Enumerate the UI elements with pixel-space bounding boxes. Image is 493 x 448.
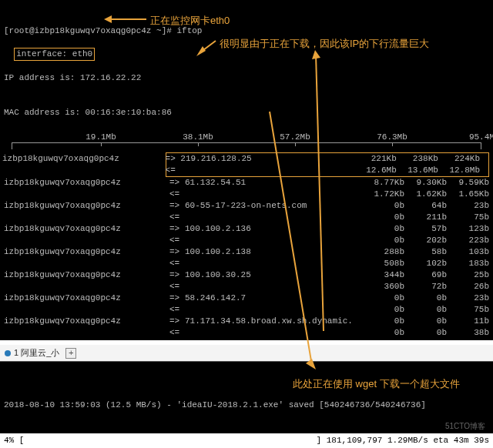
table-row: izbp18kguwqv7oxaqg0pc4z=>100.100.2.1360b… <box>4 223 489 235</box>
watermark: 51CTO博客 <box>445 421 485 432</box>
table-row: <=360b72b26b <box>4 281 489 293</box>
scale-1: 19.1Mb <box>86 132 116 143</box>
tab-active-icon <box>5 350 11 356</box>
table-row: <=0b0b75b <box>4 304 489 316</box>
table-row: izbp18kguwqv7oxaqg0pc4z=>100.100.30.2534… <box>4 269 489 281</box>
annotation-eth0: 正在监控网卡eth0 <box>150 14 230 28</box>
table-row: izbp18kguwqv7oxaqg0pc4z=>60-55-17-223-on… <box>4 200 489 212</box>
annotation-traffic: 很明显由于正在下载，因此该IP的下行流量巨大 <box>220 37 429 51</box>
local-host: izbp18kguwqv7oxaqg0pc4z <box>2 153 166 165</box>
table-row: <=1.72Kb1.62Kb1.65Kb <box>4 189 489 200</box>
tab-label[interactable]: 1 阿里云_小 <box>14 347 59 359</box>
prompt-line: [root@izbp18kguwqv7oxaqg0pc4z ~]# iftop <box>4 25 489 37</box>
table-row: izbp18kguwqv7oxaqg0pc4z=>61.132.54.518.7… <box>4 177 489 189</box>
table-row: <=0b202b223b <box>4 235 489 246</box>
iftop-terminal: [root@izbp18kguwqv7oxaqg0pc4z ~]# iftop … <box>0 0 493 132</box>
annotation-wget: 此处正在使用 wget 下载一个超大文件 <box>293 377 460 391</box>
table-row: <=0b211b75b <box>4 212 489 223</box>
table-row: <=0b0b38b <box>4 327 489 339</box>
ip-line: IP address is: 172.16.22.22 <box>4 72 489 84</box>
scale-3: 57.2Mb <box>280 132 310 143</box>
scale-4: 76.3Mb <box>377 132 407 143</box>
remote-host: 219.216.128.25 <box>180 153 354 165</box>
interface-box: interface: eth0 <box>14 48 95 61</box>
highlight-first-row: izbp18kguwqv7oxaqg0pc4z=>219.216.128.252… <box>166 152 489 177</box>
table-row: izbp18kguwqv7oxaqg0pc4z=>58.246.142.70b0… <box>4 293 489 304</box>
scale-5: 95.4Mb <box>469 132 493 143</box>
scale-bar: 19.1Mb 38.1Mb 57.2Mb 76.3Mb 95.4Mb <box>4 132 489 152</box>
tab-bar: 1 阿里云_小 + <box>0 345 493 362</box>
rx-arrow-icon: <= <box>166 165 181 176</box>
progress-left: 4% [ <box>4 435 24 446</box>
table-row: <=508b102b183b <box>4 258 489 269</box>
table-row: izbp18kguwqv7oxaqg0pc4z=>71.171.34.58.br… <box>4 316 489 327</box>
progress-right: ] 181,109,797 1.29MB/s eta 43m 39s <box>317 435 489 446</box>
mac-line: MAC address is: 00:16:3e:10:ba:86 <box>4 107 489 119</box>
new-tab-button[interactable]: + <box>65 348 76 359</box>
scale-2: 38.1Mb <box>183 132 213 143</box>
saved-line: 2018-08-10 13:59:03 (12.5 MB/s) - 'ideaI… <box>4 400 426 410</box>
status-bar: 4% [ ] 181,109,797 1.29MB/s eta 43m 39s <box>0 433 493 448</box>
table-row: izbp18kguwqv7oxaqg0pc4z=>219.216.128.252… <box>2 153 480 165</box>
table-row: izbp18kguwqv7oxaqg0pc4z=>100.100.2.13828… <box>4 246 489 258</box>
tx-arrow-icon: => <box>166 153 181 165</box>
table-row: <=12.6Mb13.6Mb12.8Mb <box>2 165 480 176</box>
traffic-table: izbp18kguwqv7oxaqg0pc4z=>61.132.54.518.7… <box>0 177 493 339</box>
